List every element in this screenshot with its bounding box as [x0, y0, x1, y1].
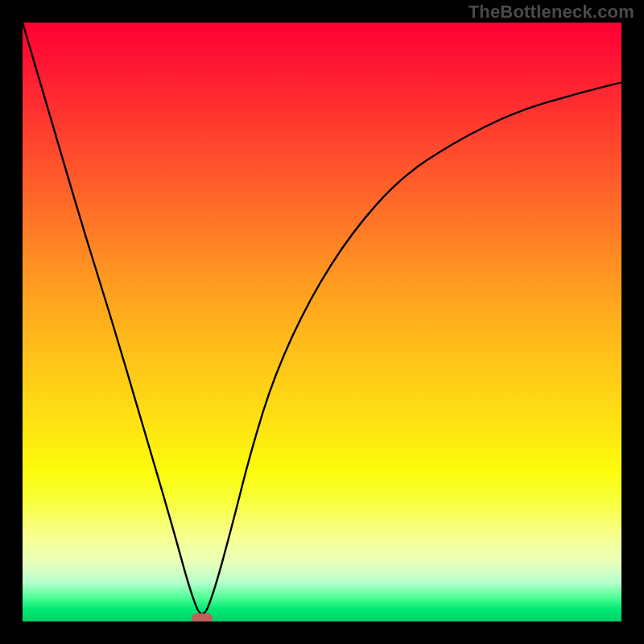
minimum-marker	[192, 613, 213, 621]
plot-area	[23, 23, 621, 621]
watermark-text: TheBottleneck.com	[469, 2, 634, 23]
curve-svg	[23, 23, 621, 621]
bottleneck-curve	[23, 23, 621, 614]
chart-container: TheBottleneck.com	[0, 0, 644, 644]
